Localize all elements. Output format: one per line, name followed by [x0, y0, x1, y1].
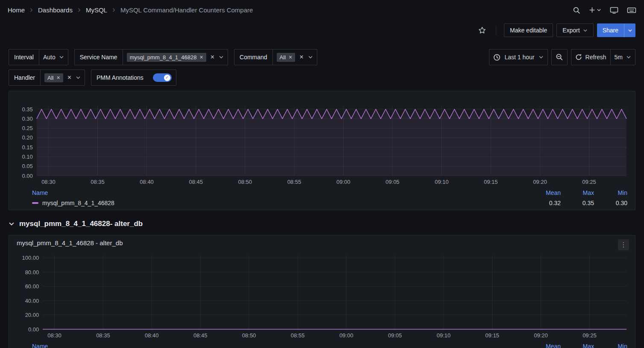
counters-timeseries-chart[interactable]: 0.000.050.100.150.200.250.300.3508:3008:… — [14, 102, 630, 188]
refresh-button[interactable]: Refresh — [571, 49, 610, 65]
svg-text:09:05: 09:05 — [386, 179, 400, 185]
chevron-down-icon — [76, 75, 81, 80]
command-filter-label: Command — [234, 49, 273, 65]
zoom-out-icon[interactable] — [551, 49, 568, 65]
svg-text:08:45: 08:45 — [189, 179, 203, 185]
time-controls: Last 1 hour Refresh 5m — [489, 49, 635, 65]
command-select[interactable]: All × × — [273, 49, 317, 65]
remove-value-icon[interactable]: × — [56, 75, 60, 81]
chevron-down-icon — [626, 55, 631, 60]
series-name[interactable]: mysql_pmm_8_4_1_46828 — [42, 200, 114, 206]
remove-value-icon[interactable]: × — [289, 54, 292, 60]
refresh-picker: Refresh 5m — [571, 49, 635, 65]
legend-header-mean[interactable]: Mean — [527, 189, 561, 196]
svg-text:0.00: 0.00 — [28, 326, 39, 333]
svg-text:0.25: 0.25 — [22, 125, 32, 131]
section-title: mysql_pmm_8_4_1_46828- alter_db — [19, 220, 143, 228]
breadcrumb-home[interactable]: Home — [8, 6, 25, 14]
add-new-button[interactable] — [589, 7, 601, 13]
selected-value-chip[interactable]: mysql_pmm_8_4_1_46828 × — [127, 53, 206, 62]
chevron-down-icon — [308, 55, 313, 60]
clear-selection-icon[interactable]: × — [67, 74, 72, 81]
nav-actions — [573, 6, 636, 14]
svg-text:0.05: 0.05 — [22, 163, 32, 169]
interval-select[interactable]: Auto — [39, 49, 68, 65]
svg-text:08:35: 08:35 — [96, 332, 110, 339]
counters-panel: 0.000.050.100.150.200.250.300.3508:3008:… — [9, 91, 635, 210]
panel-header: mysql_pmm_8_4_1_46828 - alter_db ⋮ — [14, 235, 630, 252]
svg-text:09:25: 09:25 — [582, 179, 596, 185]
svg-text:08:45: 08:45 — [193, 332, 208, 339]
handler-select[interactable]: All × × — [41, 70, 85, 85]
breadcrumb-mysql[interactable]: MySQL — [86, 6, 107, 14]
legend-header-name[interactable]: Name — [32, 343, 527, 348]
selected-value-chip[interactable]: All × — [44, 73, 63, 82]
service-name-select[interactable]: mysql_pmm_8_4_1_46828 × × — [123, 49, 228, 65]
chevron-right-icon — [29, 8, 34, 12]
export-button[interactable]: Export — [556, 23, 593, 37]
remove-value-icon[interactable]: × — [199, 54, 203, 60]
panel-menu-kebab-icon[interactable]: ⋮ — [618, 239, 629, 250]
clock-icon — [493, 54, 501, 61]
svg-text:20.00: 20.00 — [25, 312, 39, 318]
chevron-down-icon — [539, 55, 544, 60]
svg-text:09:00: 09:00 — [340, 332, 354, 339]
legend-mean-value: 0.32 — [527, 200, 561, 206]
legend-header-name[interactable]: Name — [32, 189, 527, 196]
refresh-icon — [575, 54, 582, 61]
breadcrumb: Home Dashboards MySQL MySQL Command/Hand… — [8, 6, 253, 14]
svg-text:80.00: 80.00 — [25, 269, 39, 276]
legend-header-max[interactable]: Max — [561, 189, 594, 196]
legend: Name Mean Max Min mysql_pmm_8_4_1_46828 … — [14, 188, 630, 206]
svg-text:09:20: 09:20 — [533, 179, 547, 185]
svg-text:08:55: 08:55 — [287, 179, 302, 185]
legend-header-min[interactable]: Min — [594, 343, 627, 348]
dashboard-toolbar: Make editable Export Share — [0, 20, 644, 41]
check-icon: ✓ — [164, 75, 170, 81]
interval-filter: Interval Auto — [9, 49, 68, 65]
search-icon[interactable] — [573, 6, 580, 14]
legend-header-max[interactable]: Max — [561, 343, 594, 348]
legend-header-mean[interactable]: Mean — [527, 343, 561, 348]
chip-label: All — [280, 54, 286, 61]
svg-text:0.00: 0.00 — [22, 173, 32, 179]
chevron-down-icon — [59, 55, 64, 60]
svg-text:08:50: 08:50 — [238, 179, 252, 185]
svg-text:09:00: 09:00 — [337, 179, 351, 185]
legend-header-row: Name Mean Max Min — [32, 189, 627, 196]
svg-text:40.00: 40.00 — [25, 298, 39, 304]
chip-label: All — [47, 75, 53, 81]
clear-selection-icon[interactable]: × — [210, 54, 215, 61]
command-filter: Command All × × — [234, 49, 317, 65]
chevron-down-icon — [219, 55, 224, 60]
breadcrumb-dashboards[interactable]: Dashboards — [38, 6, 73, 14]
time-range-label: Last 1 hour — [504, 54, 534, 61]
clear-selection-icon[interactable]: × — [299, 54, 304, 61]
make-editable-button[interactable]: Make editable — [504, 23, 553, 37]
keyboard-icon[interactable] — [627, 6, 636, 14]
share-button[interactable]: Share — [597, 23, 624, 37]
svg-text:09:15: 09:15 — [484, 179, 498, 185]
monitor-icon[interactable] — [610, 6, 618, 14]
chip-label: mysql_pmm_8_4_1_46828 — [130, 54, 197, 61]
plus-icon — [589, 7, 595, 13]
svg-text:08:30: 08:30 — [47, 332, 61, 339]
legend-row: mysql_pmm_8_4_1_46828 0.32 0.35 0.30 — [32, 200, 627, 206]
refresh-interval-select[interactable]: 5m — [611, 49, 635, 65]
legend: Name Mean Max Min — [14, 341, 630, 348]
svg-text:60.00: 60.00 — [25, 283, 39, 290]
service-name-filter-label: Service Name — [75, 49, 123, 65]
panel-title[interactable]: mysql_pmm_8_4_1_46828 - alter_db — [17, 239, 123, 246]
dashboard-row-toggle[interactable]: mysql_pmm_8_4_1_46828- alter_db — [9, 218, 635, 230]
legend-header-min[interactable]: Min — [594, 189, 627, 196]
selected-value-chip[interactable]: All × — [277, 53, 296, 62]
svg-text:08:55: 08:55 — [291, 332, 305, 339]
time-range-picker[interactable]: Last 1 hour — [489, 49, 547, 65]
share-options-button[interactable] — [624, 23, 635, 37]
chevron-right-icon — [111, 8, 116, 12]
pmm-annotations-toggle[interactable]: ✓ — [153, 73, 172, 82]
star-icon[interactable] — [476, 23, 488, 37]
series-color-dash — [32, 202, 38, 204]
chevron-down-icon — [583, 28, 588, 33]
alter-db-timeseries-chart[interactable]: 0.0020.0040.0060.0080.00100.0008:3008:35… — [14, 252, 630, 341]
